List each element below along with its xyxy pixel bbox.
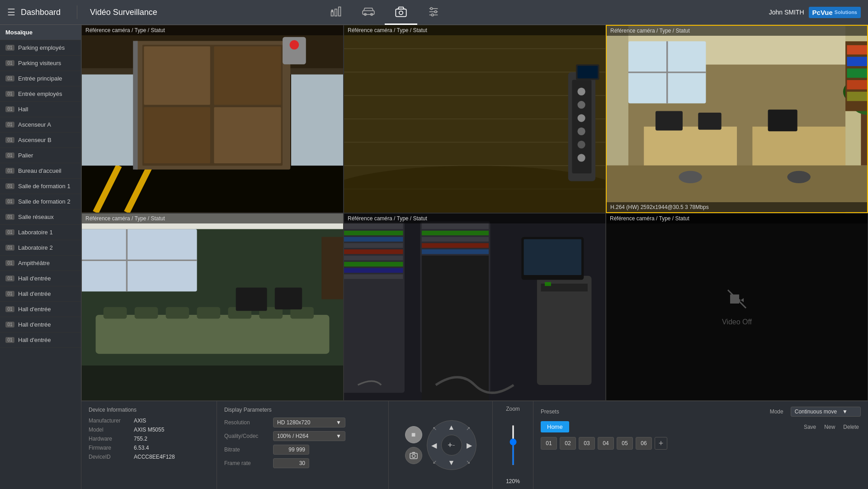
- video-off-label: Video Off: [722, 318, 752, 326]
- sidebar-item-laboratoire-2[interactable]: 01 Laboratoire 2: [0, 240, 81, 256]
- svg-point-44: [577, 88, 585, 95]
- ptz-panel: ■ ↖ ↗: [389, 401, 493, 489]
- video-cell-4[interactable]: Référence caméra / Type / Statut: [81, 213, 344, 401]
- sidebar-badge: 01: [5, 106, 14, 112]
- svg-rect-106: [344, 274, 403, 279]
- video-cell-label-3: Référence caméra / Type / Statut: [607, 26, 867, 36]
- sidebar-item-ascenseur-b[interactable]: 01 Ascenseur B: [0, 133, 81, 148]
- preset-04-button[interactable]: 04: [598, 437, 614, 450]
- ptz-center-button[interactable]: +−: [441, 435, 462, 456]
- svg-rect-75: [847, 80, 867, 90]
- svg-rect-7: [396, 9, 406, 16]
- video-cell-1[interactable]: Référence caméra / Type / Statut: [81, 25, 344, 213]
- sidebar-item-amphitheatre[interactable]: 01 Ampithéâtre: [0, 256, 81, 271]
- framerate-input[interactable]: 30: [273, 458, 309, 468]
- quality-select[interactable]: 100% / H264 ▼: [273, 431, 345, 441]
- ptz-left-button[interactable]: ◀: [429, 440, 439, 450]
- sidebar-item-ascenseur-a[interactable]: 01 Ascenseur A: [0, 117, 81, 133]
- sidebar-item-hall-entree-4[interactable]: 01 Hall d'entrée: [0, 317, 81, 332]
- sidebar-item-palier[interactable]: 01 Palier: [0, 148, 81, 163]
- ptz-down-left-button[interactable]: ↙: [430, 457, 439, 466]
- header-divider: [77, 5, 77, 19]
- ptz-right-button[interactable]: ▶: [464, 440, 474, 450]
- info-label-firmware: Firmware: [89, 445, 134, 451]
- ptz-up-left-button[interactable]: ↖: [430, 424, 439, 433]
- nav-camera[interactable]: [385, 0, 417, 25]
- sidebar-badge: 01: [5, 214, 14, 220]
- param-row-quality: Quality/Codec 100% / H264 ▼: [224, 431, 381, 441]
- mode-select[interactable]: Continuous move ▼: [791, 407, 861, 417]
- mode-value: Continuous move: [795, 408, 837, 415]
- sidebar-item-label: Palier: [18, 152, 33, 159]
- preset-05-button[interactable]: 05: [617, 437, 633, 450]
- delete-preset-button[interactable]: Delete: [841, 423, 861, 431]
- new-preset-button[interactable]: New: [822, 423, 837, 431]
- stop-button[interactable]: ■: [405, 426, 422, 443]
- sidebar-badge: 01: [5, 152, 14, 158]
- svg-rect-101: [344, 243, 403, 247]
- nav-analytics[interactable]: [320, 0, 352, 25]
- sidebar-item-hall-entree-5[interactable]: 01 Hall d'entrée: [0, 332, 81, 348]
- ptz-up-button[interactable]: ▲: [447, 423, 457, 432]
- snapshot-button[interactable]: [405, 447, 422, 464]
- sidebar-item-mosaique[interactable]: Mosaïque: [0, 25, 81, 40]
- sidebar-item-label: Mosaïque: [5, 29, 33, 36]
- ptz-down-right-button[interactable]: ↘: [464, 457, 473, 466]
- sidebar-item-label: Salle de formation 2: [18, 198, 71, 205]
- info-value-manufacturer: AXIS: [134, 418, 146, 424]
- sidebar-item-salle-formation-1[interactable]: 01 Salle de formation 1: [0, 179, 81, 194]
- ptz-controls-row: ■ ↖ ↗: [405, 420, 476, 470]
- menu-icon[interactable]: ☰: [7, 7, 15, 18]
- ptz-up-right-button[interactable]: ↗: [464, 424, 473, 433]
- video-cell-5[interactable]: Référence caméra / Type / Statut: [344, 213, 606, 401]
- nav-settings[interactable]: [417, 0, 450, 25]
- video-cell-3[interactable]: Référence caméra / Type / Statut: [606, 25, 868, 213]
- sidebar-item-bureau-accueil[interactable]: 01 Bureau d'accueil: [0, 163, 81, 179]
- info-value-model: AXIS M5055: [134, 427, 164, 433]
- sidebar-item-label: Ampithéâtre: [18, 260, 50, 266]
- video-cell-2[interactable]: Référence caméra / Type / Statut: [344, 25, 606, 213]
- sidebar-item-entree-principale[interactable]: 01 Entrée principale: [0, 71, 81, 86]
- sidebar-item-hall-entree[interactable]: 01 Hall d'entrée: [0, 271, 81, 286]
- bitrate-input[interactable]: 99 999: [273, 445, 309, 455]
- sidebar-item-label: Bureau d'accueil: [18, 167, 61, 174]
- sidebar-item-parking-visiteurs[interactable]: 01 Parking visiteurs: [0, 56, 81, 71]
- sidebar-item-salle-formation-2[interactable]: 01 Salle de formation 2: [0, 194, 81, 209]
- svg-rect-74: [847, 68, 867, 78]
- svg-point-62: [679, 171, 702, 183]
- sidebar-item-hall[interactable]: 01 Hall: [0, 102, 81, 117]
- ptz-down-button[interactable]: ▼: [447, 458, 457, 468]
- preset-03-button[interactable]: 03: [579, 437, 595, 450]
- svg-rect-2: [339, 7, 341, 16]
- device-info-panel: Device Informations Manufacturer AXIS Mo…: [81, 401, 217, 489]
- sidebar-item-hall-entree-2[interactable]: 01 Hall d'entrée: [0, 286, 81, 302]
- svg-rect-23: [144, 47, 210, 105]
- svg-point-46: [577, 114, 585, 122]
- sidebar-item-parking-employes[interactable]: 01 Parking employés: [0, 40, 81, 56]
- sidebar-item-hall-entree-3[interactable]: 01 Hall d'entrée: [0, 302, 81, 317]
- sidebar-item-laboratoire-1[interactable]: 01 Laboratoire 1: [0, 225, 81, 240]
- bottom-panel: Device Informations Manufacturer AXIS Mo…: [81, 401, 868, 489]
- info-row-hardware: Hardware 755.2: [89, 436, 209, 442]
- header: ☰ Dashboard Vidéo Surveillance: [0, 0, 868, 25]
- user-name: John SMITH: [769, 9, 804, 16]
- resolution-select[interactable]: HD 1280x720 ▼: [273, 418, 345, 427]
- sidebar-item-salle-reseaux[interactable]: 01 Salle réseaux: [0, 209, 81, 225]
- preset-01-button[interactable]: 01: [541, 437, 557, 450]
- add-preset-button[interactable]: +: [655, 437, 667, 450]
- sidebar-item-label: Hall: [18, 106, 28, 113]
- preset-02-button[interactable]: 02: [560, 437, 576, 450]
- nav-vehicle[interactable]: [352, 0, 385, 25]
- save-preset-button[interactable]: Save: [802, 423, 818, 431]
- home-preset-button[interactable]: Home: [541, 421, 569, 432]
- sidebar-badge: 01: [5, 91, 14, 97]
- sidebar-badge: 01: [5, 337, 14, 343]
- info-row-model: Model AXIS M5055: [89, 427, 209, 433]
- preset-06-button[interactable]: 06: [636, 437, 652, 450]
- svg-rect-87: [166, 307, 189, 318]
- resolution-value: HD 1280x720: [277, 419, 310, 426]
- zoom-slider[interactable]: [512, 425, 514, 465]
- video-cell-6[interactable]: Référence caméra / Type / Statut Video O…: [606, 213, 868, 401]
- svg-rect-60: [698, 113, 721, 130]
- sidebar-item-entree-employes[interactable]: 01 Entrée employés: [0, 86, 81, 102]
